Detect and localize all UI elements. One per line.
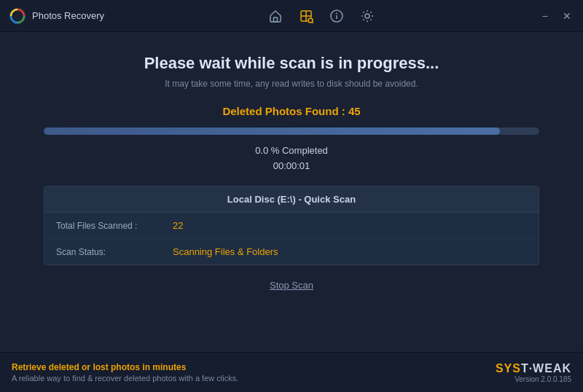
scan-icon[interactable] <box>298 8 314 24</box>
stop-scan-button[interactable]: Stop Scan <box>270 280 313 291</box>
deleted-count: 45 <box>348 105 361 117</box>
title-bar: Photos Recovery <box>0 0 583 32</box>
main-subtitle: It may take some time, any read writes t… <box>165 79 418 89</box>
footer-brand: SYST·WEAK Version 2.0.0.185 <box>496 362 571 383</box>
title-left: Photos Recovery <box>9 7 104 25</box>
info-icon[interactable] <box>329 8 345 24</box>
title-center <box>267 8 375 24</box>
svg-point-11 <box>336 12 337 14</box>
scan-table-header: Local Disc (E:\) - Quick Scan <box>44 187 539 213</box>
total-files-value: 22 <box>173 220 183 231</box>
table-row: Total Files Scanned : 22 <box>44 213 539 239</box>
footer-tagline: Retrieve deleted or lost photos in minut… <box>12 362 238 372</box>
brand-name: SYST·WEAK <box>496 362 571 375</box>
progress-bar-container <box>44 128 539 135</box>
scan-status-value: Scanning Files & Folders <box>173 246 278 257</box>
deleted-label: Deleted Photos Found : <box>222 105 348 117</box>
scan-status-label: Scan Status: <box>56 247 173 257</box>
main-content: Please wait while scan is in progress...… <box>0 32 583 298</box>
svg-point-1 <box>15 13 20 19</box>
close-button[interactable]: ✕ <box>560 9 574 23</box>
scan-table: Local Disc (E:\) - Quick Scan Total File… <box>44 186 539 265</box>
svg-point-12 <box>365 14 369 18</box>
minimize-button[interactable]: − <box>539 9 551 23</box>
svg-rect-2 <box>274 17 278 22</box>
table-row: Scan Status: Scanning Files & Folders <box>44 239 539 264</box>
footer-desc: A reliable way to find & recover deleted… <box>12 374 238 383</box>
percent-text: 0.0 % Completed <box>255 145 328 156</box>
deleted-found: Deleted Photos Found : 45 <box>222 105 360 117</box>
brand-tweak: T·WEAK <box>521 362 571 375</box>
svg-line-8 <box>312 22 313 23</box>
brand-version: Version 2.0.0.185 <box>514 375 571 383</box>
total-files-label: Total Files Scanned : <box>56 221 173 231</box>
app-title: Photos Recovery <box>32 10 104 21</box>
app-logo-icon <box>9 7 26 25</box>
brand-sys: SYS <box>496 362 521 375</box>
progress-bar-fill <box>44 128 500 135</box>
time-elapsed: 00:00:01 <box>273 160 310 171</box>
footer: Retrieve deleted or lost photos in minut… <box>0 352 583 392</box>
home-icon[interactable] <box>267 8 283 24</box>
settings-icon[interactable] <box>359 8 375 24</box>
main-title: Please wait while scan is in progress... <box>144 54 439 73</box>
title-right: − ✕ <box>539 9 574 23</box>
footer-left: Retrieve deleted or lost photos in minut… <box>12 362 238 383</box>
